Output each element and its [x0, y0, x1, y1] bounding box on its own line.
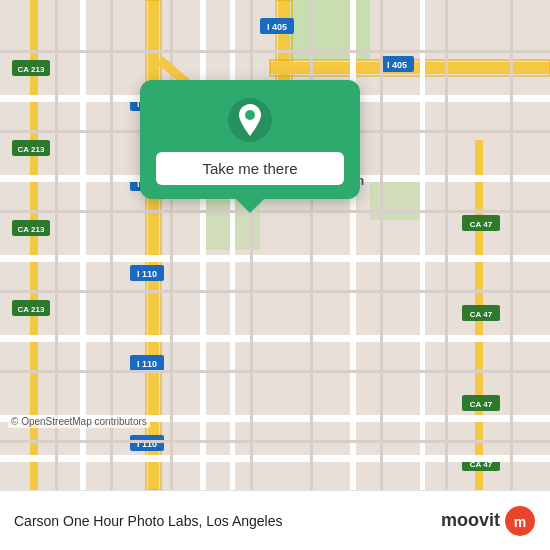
- moovit-brand-icon: m: [504, 505, 536, 537]
- svg-text:I 110: I 110: [137, 359, 157, 369]
- svg-rect-66: [510, 0, 513, 490]
- svg-text:I 110: I 110: [137, 269, 157, 279]
- svg-text:CA 213: CA 213: [18, 145, 45, 154]
- svg-rect-55: [0, 210, 550, 213]
- take-me-there-button[interactable]: Take me there: [156, 152, 344, 185]
- location-pin-icon: [228, 98, 272, 142]
- map-view[interactable]: I 405 I 405 I 110 I 110 I 110 I 110 I 11…: [0, 0, 550, 490]
- svg-text:CA 47: CA 47: [470, 220, 493, 229]
- svg-rect-51: [350, 0, 356, 490]
- svg-rect-3: [370, 180, 420, 220]
- svg-rect-56: [0, 290, 550, 293]
- moovit-logo: moovit m: [441, 505, 536, 537]
- location-name: Carson One Hour Photo Labs, Los Angeles: [14, 513, 283, 529]
- svg-point-72: [245, 110, 255, 120]
- svg-text:m: m: [514, 514, 526, 530]
- svg-rect-63: [310, 0, 313, 490]
- svg-rect-49: [200, 0, 206, 490]
- svg-rect-58: [0, 440, 550, 443]
- svg-rect-64: [380, 0, 383, 490]
- svg-text:CA 213: CA 213: [18, 305, 45, 314]
- svg-rect-57: [0, 370, 550, 373]
- bottom-bar: Carson One Hour Photo Labs, Los Angeles …: [0, 490, 550, 550]
- svg-rect-65: [445, 0, 448, 490]
- moovit-brand-text: moovit: [441, 510, 500, 531]
- svg-rect-53: [0, 50, 550, 53]
- svg-text:CA 213: CA 213: [18, 65, 45, 74]
- copyright-text: © OpenStreetMap contributors: [8, 415, 150, 428]
- location-popup: Take me there: [140, 80, 360, 199]
- svg-text:CA 47: CA 47: [470, 400, 493, 409]
- svg-text:I 405: I 405: [387, 60, 407, 70]
- svg-text:CA 213: CA 213: [18, 225, 45, 234]
- svg-text:I 405: I 405: [267, 22, 287, 32]
- svg-text:CA 47: CA 47: [470, 310, 493, 319]
- svg-rect-62: [250, 0, 253, 490]
- svg-rect-50: [230, 0, 235, 490]
- svg-rect-52: [420, 0, 425, 490]
